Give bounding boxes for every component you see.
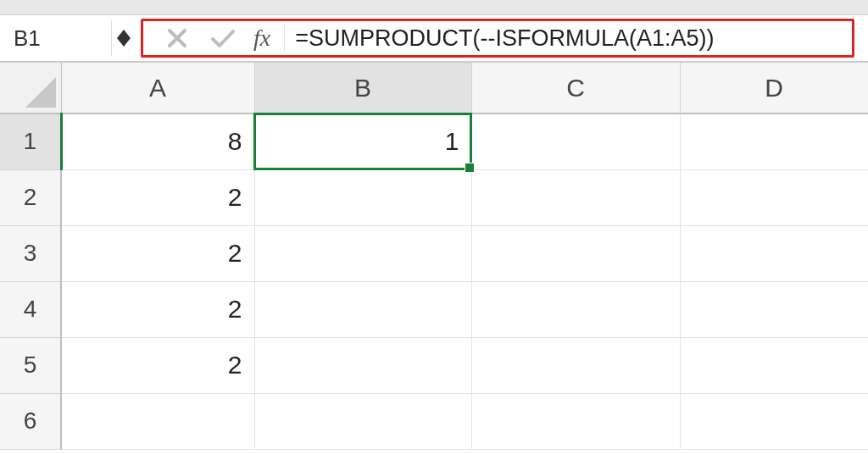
cell-A6[interactable] xyxy=(61,393,254,449)
sheet-table: A B C D 1 8 1 2 2 xyxy=(0,63,868,450)
cell-D4[interactable] xyxy=(680,281,868,337)
row-header-4[interactable]: 4 xyxy=(0,281,61,337)
svg-marker-1 xyxy=(117,38,131,47)
cell-B6[interactable] xyxy=(254,393,471,449)
formula-bar-highlight: fx xyxy=(141,19,854,58)
cell-B1[interactable]: 1 xyxy=(254,114,471,169)
cell-B4[interactable] xyxy=(254,281,471,337)
fx-label-text: fx xyxy=(253,25,270,52)
cell-A4[interactable]: 2 xyxy=(61,281,254,337)
cell-A5[interactable]: 2 xyxy=(61,337,254,393)
close-icon xyxy=(167,28,187,48)
name-box[interactable]: B1 xyxy=(3,20,112,56)
formula-input[interactable] xyxy=(292,21,852,55)
cell-D6[interactable] xyxy=(680,393,868,449)
column-header-C[interactable]: C xyxy=(471,63,680,114)
formula-bar: B1 fx xyxy=(0,15,868,63)
column-header-B[interactable]: B xyxy=(254,63,471,114)
check-icon xyxy=(210,28,236,48)
name-box-stepper[interactable] xyxy=(112,20,136,56)
spreadsheet-window: B1 fx xyxy=(0,0,868,454)
fx-divider xyxy=(284,24,285,53)
cell-C6[interactable] xyxy=(471,393,680,449)
row-header-5[interactable]: 5 xyxy=(0,337,61,393)
cell-A1[interactable]: 8 xyxy=(61,114,254,169)
enter-button[interactable] xyxy=(208,23,238,53)
cell-C2[interactable] xyxy=(471,169,680,225)
cell-B3[interactable] xyxy=(254,225,471,281)
cell-D5[interactable] xyxy=(680,337,868,393)
cell-D2[interactable] xyxy=(680,169,868,225)
column-header-A[interactable]: A xyxy=(61,63,254,114)
row-header-1[interactable]: 1 xyxy=(0,114,61,169)
row-header-3[interactable]: 3 xyxy=(0,225,61,281)
column-header-D[interactable]: D xyxy=(680,63,868,114)
cell-C5[interactable] xyxy=(471,337,680,393)
cell-D1[interactable] xyxy=(680,114,868,169)
chevron-up-icon xyxy=(117,30,131,38)
chevron-down-icon xyxy=(117,38,131,47)
top-chrome-gap xyxy=(0,0,868,15)
row-header-6[interactable]: 6 xyxy=(0,393,61,449)
formula-actions xyxy=(143,23,247,53)
cell-A2[interactable]: 2 xyxy=(61,169,254,225)
cell-D3[interactable] xyxy=(680,225,868,281)
cell-C4[interactable] xyxy=(471,281,680,337)
cell-C1[interactable] xyxy=(471,114,680,169)
cell-A3[interactable]: 2 xyxy=(61,225,254,281)
cancel-button[interactable] xyxy=(162,23,192,53)
row-header-2[interactable]: 2 xyxy=(0,169,61,225)
svg-marker-0 xyxy=(117,30,131,38)
cell-C3[interactable] xyxy=(471,225,680,281)
cell-B5[interactable] xyxy=(254,337,471,393)
select-all-corner[interactable] xyxy=(0,63,61,114)
fx-button[interactable]: fx xyxy=(247,25,277,52)
cell-B2[interactable] xyxy=(254,169,471,225)
sheet-grid[interactable]: A B C D 1 8 1 2 2 xyxy=(0,63,868,454)
